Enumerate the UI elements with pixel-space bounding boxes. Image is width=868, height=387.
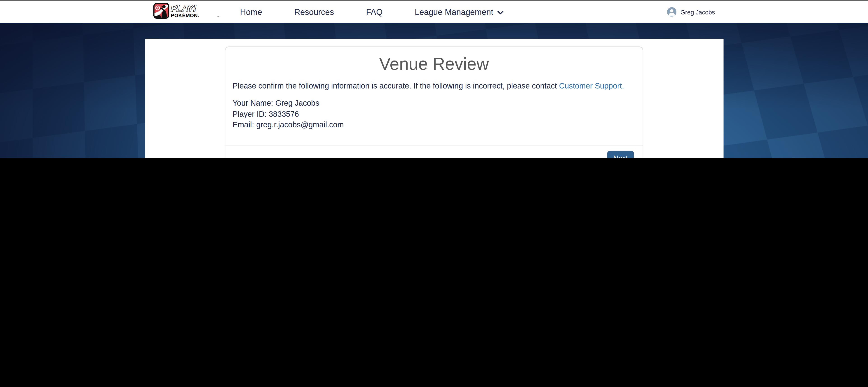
- player-id-value: 3833576: [269, 109, 299, 118]
- customer-support-link[interactable]: Customer Support.: [559, 81, 624, 90]
- main-nav: Home Resources FAQ League Management: [240, 7, 504, 17]
- play-pokemon-logo[interactable]: PLAY! POKÉMON. ™: [153, 3, 220, 21]
- content-panel: Venue Review Please confirm the followin…: [145, 39, 723, 158]
- player-email-label: Email:: [232, 120, 254, 129]
- player-id-row: Player ID:3833576: [232, 109, 636, 120]
- player-name-value: Greg Jacobs: [275, 98, 319, 107]
- page: PLAY! POKÉMON. ™ Home Resources FAQ Leag…: [0, 0, 868, 158]
- top-navbar: PLAY! POKÉMON. ™ Home Resources FAQ Leag…: [0, 0, 868, 23]
- player-info: Your Name:Greg Jacobs Player ID:3833576 …: [232, 98, 636, 131]
- next-button[interactable]: Next: [607, 151, 634, 158]
- user-avatar-icon: [667, 7, 677, 17]
- card-actions: Next: [225, 145, 643, 158]
- nav-link-home[interactable]: Home: [240, 7, 262, 17]
- player-id-label: Player ID:: [232, 109, 267, 118]
- player-name-label: Your Name:: [232, 98, 273, 107]
- nav-link-faq[interactable]: FAQ: [366, 7, 383, 17]
- user-name: Greg Jacobs: [680, 8, 715, 15]
- chevron-down-icon: [497, 10, 504, 15]
- confirm-instructions-text: Please confirm the following information…: [232, 81, 559, 90]
- logo-play-text: PLAY!: [170, 3, 196, 13]
- page-title: Venue Review: [225, 54, 643, 74]
- nav-link-resources[interactable]: Resources: [294, 7, 334, 17]
- logo-pokemon-text: POKÉMON.: [170, 13, 199, 18]
- player-email-row: Email:greg.r.jacobs@gmail.com: [232, 120, 636, 130]
- logo-tm-text: ™: [217, 16, 219, 18]
- nav-link-league-management-label: League Management: [415, 7, 493, 17]
- user-menu[interactable]: Greg Jacobs: [667, 7, 715, 17]
- nav-link-league-management[interactable]: League Management: [415, 7, 504, 17]
- play-pokemon-logo-icon: PLAY! POKÉMON. ™: [153, 3, 220, 19]
- navbar-container: PLAY! POKÉMON. ™ Home Resources FAQ Leag…: [145, 0, 723, 23]
- main-content: Venue Review Please confirm the followin…: [0, 23, 868, 158]
- browser-window: PLAY! POKÉMON. ™ Home Resources FAQ Leag…: [0, 0, 868, 158]
- confirm-instructions: Please confirm the following information…: [232, 80, 636, 91]
- player-name-row: Your Name:Greg Jacobs: [232, 98, 636, 109]
- player-email-value: greg.r.jacobs@gmail.com: [256, 120, 344, 129]
- venue-review-card: Venue Review Please confirm the followin…: [225, 46, 643, 158]
